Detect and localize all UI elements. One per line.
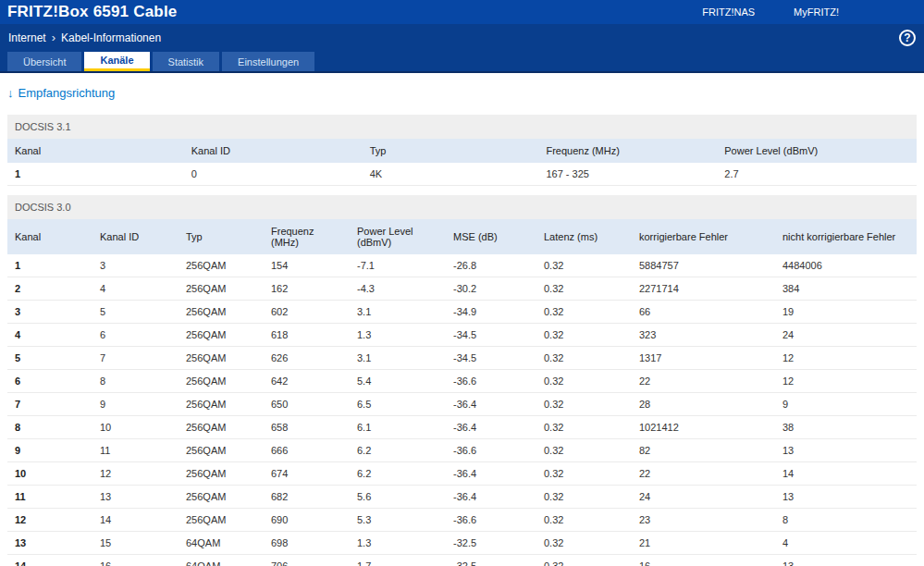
table-cell: 4 (775, 532, 917, 555)
top-links: FRITZ!NAS MyFRITZ! (702, 0, 839, 24)
table-cell: 6.1 (350, 416, 446, 439)
table-row: 24256QAM162-4.3-30.20.322271714384 (7, 277, 917, 301)
table-cell: 0.32 (536, 462, 632, 486)
table-cell: 602 (264, 301, 350, 324)
empfangsrichtung-toggle[interactable]: ↓ Empfangsrichtung (7, 86, 917, 100)
table-cell: 24 (775, 324, 917, 347)
table-cell: 9 (92, 393, 179, 416)
table-cell: -36.4 (446, 393, 536, 416)
main-content: ↓ Empfangsrichtung DOCSIS 3.1 KanalKanal… (0, 73, 924, 566)
table-row: 68256QAM6425.4-36.60.322212 (7, 370, 917, 393)
table-cell: 256QAM (179, 462, 264, 486)
table-cell: 323 (632, 324, 775, 347)
table-cell: 1.7 (350, 555, 446, 566)
table-cell: 14 (775, 462, 917, 486)
table-row: 1214256QAM6905.3-36.60.32238 (7, 509, 917, 532)
table-row: 810256QAM6586.1-36.40.32102141238 (7, 416, 917, 439)
tab-statistik[interactable]: Statistik (153, 52, 220, 71)
table-cell: 3.1 (350, 301, 446, 324)
table-cell: 64QAM (179, 532, 264, 555)
table-cell: 256QAM (179, 301, 264, 324)
table-cell: 11 (92, 439, 179, 462)
table-cell: 256QAM (179, 324, 264, 347)
table-row: 104K167 - 3252.7 (7, 163, 917, 186)
table-cell: 23 (632, 509, 775, 532)
table-cell: 642 (264, 370, 350, 393)
table-cell: 12 (7, 509, 92, 532)
column-header: Kanal ID (92, 219, 179, 254)
table-cell: 256QAM (179, 393, 264, 416)
table-cell: 256QAM (179, 486, 264, 509)
table-cell: -36.6 (446, 439, 536, 462)
table-cell: -32.5 (446, 532, 536, 555)
table-cell: -4.3 (350, 277, 446, 301)
column-header: MSE (dB) (446, 219, 536, 254)
empfangsrichtung-label: Empfangsrichtung (18, 86, 116, 100)
table-cell: 0.32 (536, 555, 632, 566)
table-cell: 6 (7, 370, 92, 393)
table-cell: -36.4 (446, 462, 536, 486)
table-cell: 666 (264, 439, 350, 462)
fritznas-link[interactable]: FRITZ!NAS (702, 6, 755, 18)
table-header-row: KanalKanal IDTypFrequenz (MHz)Power Leve… (7, 139, 917, 163)
table-cell: 256QAM (179, 347, 264, 370)
table-cell: 256QAM (179, 277, 264, 301)
table-cell: 3 (92, 254, 179, 277)
table-cell: -36.4 (446, 486, 536, 509)
table-cell: 13 (92, 486, 179, 509)
table-cell: 22 (632, 462, 775, 486)
table-cell: 10 (92, 416, 179, 439)
table-cell: 13 (775, 439, 917, 462)
tab-einstellungen[interactable]: Einstellungen (222, 52, 314, 71)
table-cell: 690 (264, 509, 350, 532)
table-cell: -30.2 (446, 277, 536, 301)
table-row: 131564QAM6981.3-32.50.32214 (7, 532, 917, 555)
table-cell: 5.4 (350, 370, 446, 393)
table-cell: 64QAM (179, 555, 264, 566)
table-cell: 650 (264, 393, 350, 416)
table-row: 13256QAM154-7.1-26.80.3258847574484006 (7, 254, 917, 277)
table-cell: 4 (7, 324, 92, 347)
table-cell: 6.2 (350, 462, 446, 486)
table-cell: 618 (264, 324, 350, 347)
table-cell: 4484006 (775, 254, 917, 277)
table-cell: -36.6 (446, 509, 536, 532)
table-cell: 14 (92, 509, 179, 532)
tab-kanaele[interactable]: Kanäle (84, 52, 149, 71)
table-cell: 0.32 (536, 416, 632, 439)
column-header: Power Level (dBmV) (350, 219, 446, 254)
table-cell: 16 (632, 555, 775, 566)
table-row: 57256QAM6263.1-34.50.32131712 (7, 347, 917, 370)
table-cell: 7 (7, 393, 92, 416)
column-header: Kanal (7, 219, 92, 254)
column-header: Latenz (ms) (536, 219, 632, 254)
table-cell: 0.32 (536, 509, 632, 532)
docsis31-section-header: DOCSIS 3.1 (7, 115, 917, 139)
table-cell: 0.32 (536, 347, 632, 370)
table-row: 1113256QAM6825.6-36.40.322413 (7, 486, 917, 509)
table-cell: -34.5 (446, 324, 536, 347)
table-cell: 28 (632, 393, 775, 416)
myfritz-link[interactable]: MyFRITZ! (794, 6, 839, 18)
table-cell: -32.5 (446, 555, 536, 566)
table-cell: 2 (7, 277, 92, 301)
table-cell: 167 - 325 (538, 163, 717, 186)
table-cell: -26.8 (446, 254, 536, 277)
help-icon[interactable]: ? (899, 30, 916, 46)
table-cell: 13 (775, 486, 917, 509)
table-cell: 0.32 (536, 254, 632, 277)
table-cell: 5.3 (350, 509, 446, 532)
table-cell: -34.5 (446, 347, 536, 370)
table-cell: 626 (264, 347, 350, 370)
breadcrumb-section-internet[interactable]: Internet (8, 31, 46, 44)
table-cell: 38 (775, 416, 917, 439)
table-cell: 1.3 (350, 324, 446, 347)
table-cell: -36.4 (446, 416, 536, 439)
table-cell: 0.32 (536, 532, 632, 555)
table-cell: 8 (775, 509, 917, 532)
table-cell: 12 (775, 347, 917, 370)
table-cell: 698 (264, 532, 350, 555)
table-cell: 1021412 (632, 416, 775, 439)
tab-uebersicht[interactable]: Übersicht (7, 52, 81, 71)
table-cell: 256QAM (179, 509, 264, 532)
